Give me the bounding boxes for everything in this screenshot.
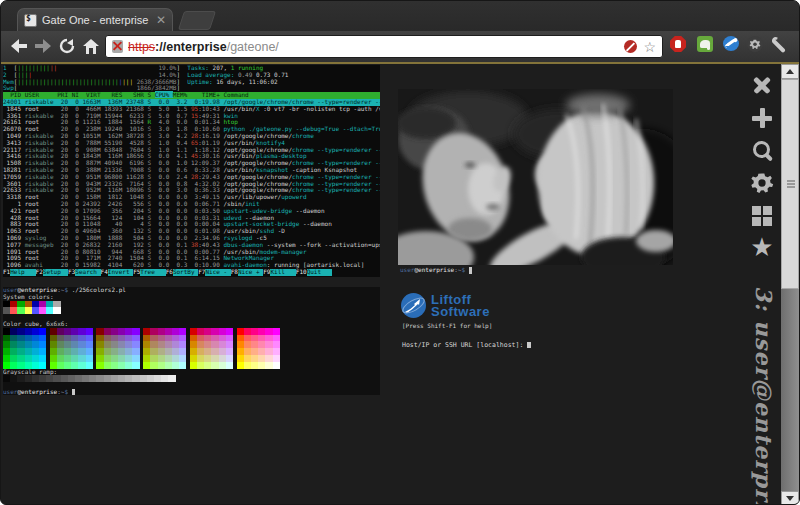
terminal-line: F1Help F2Setup F3Search F4Invert F5Tree … bbox=[3, 269, 380, 276]
url-path: /gateone/ bbox=[227, 40, 279, 54]
home-icon bbox=[83, 39, 99, 54]
gear-extension-button[interactable] bbox=[747, 36, 765, 54]
settings-gear-icon bbox=[749, 170, 775, 196]
reload-icon bbox=[59, 38, 75, 54]
logo-line2: Software bbox=[431, 306, 490, 318]
settings-button[interactable] bbox=[749, 170, 775, 196]
ssh-screen[interactable]: LiftoffSoftware [Press Shift-F1 for help… bbox=[400, 292, 746, 392]
search-button[interactable] bbox=[749, 138, 775, 164]
address-bar[interactable]: https://enterprise/gateone/ ☆ bbox=[105, 35, 663, 58]
photo-screen[interactable]: user@enterprise:~$ bbox=[398, 65, 746, 280]
terminal-line bbox=[3, 307, 380, 314]
tab-close-icon[interactable]: ✕ bbox=[156, 15, 166, 25]
terminal-label: 3: user@enterprise bbox=[751, 286, 777, 505]
close-terminal-button[interactable] bbox=[749, 72, 775, 98]
grid-icon bbox=[752, 206, 761, 215]
liftoff-logo-icon bbox=[400, 292, 427, 319]
new-terminal-button[interactable] bbox=[749, 105, 775, 131]
url-host: ://enterprise bbox=[155, 40, 227, 54]
bookmarks-button[interactable]: ★ bbox=[749, 234, 775, 260]
adblock-extension-button[interactable] bbox=[670, 36, 688, 54]
terminal-line bbox=[3, 341, 380, 348]
tab-strip: Gate One - enterprise ✕ bbox=[1, 1, 799, 31]
wrench-menu-icon bbox=[771, 36, 788, 53]
terminal-line bbox=[3, 355, 380, 362]
scrollbar-down-icon bbox=[786, 496, 794, 505]
terminal-line bbox=[3, 335, 380, 342]
url-text[interactable]: https://enterprise/gateone/ bbox=[128, 40, 618, 54]
terminal-line bbox=[3, 348, 380, 355]
terminal-line: Grayscale ramp: bbox=[3, 369, 380, 376]
url-scheme: https bbox=[128, 40, 155, 54]
evernote-elephant-icon bbox=[697, 36, 713, 52]
blocked-content-icon[interactable] bbox=[624, 40, 637, 53]
browser-toolbar: https://enterprise/gateone/ ☆ bbox=[1, 31, 799, 62]
colors-screen[interactable]: user@enterprise:~$ ./256colors2.plSystem… bbox=[3, 287, 380, 395]
scrollbar-up-icon bbox=[786, 65, 794, 74]
photo bbox=[398, 89, 673, 265]
scrollbar-grip-icon bbox=[787, 180, 795, 182]
voice-phone-bubble-icon bbox=[723, 36, 739, 51]
gateone-page: 1 [||||||||||| 19.0%] Tasks: 207, 1 runn… bbox=[1, 64, 799, 504]
terminal-line bbox=[3, 328, 380, 335]
liftoff-logo: LiftoffSoftware bbox=[400, 292, 746, 319]
tab-gateone[interactable]: Gate One - enterprise ✕ bbox=[17, 8, 173, 31]
help-text: [Press Shift-F1 for help] bbox=[402, 322, 746, 329]
forward-icon bbox=[34, 39, 52, 53]
page-scrollbar[interactable] bbox=[781, 64, 799, 504]
terminal-line bbox=[3, 301, 380, 308]
terminal-line: System colors: bbox=[3, 294, 380, 301]
cursor bbox=[527, 342, 531, 348]
scroll-up-button[interactable] bbox=[781, 64, 799, 79]
page-security-icon[interactable] bbox=[112, 40, 123, 53]
terminal-line: user@enterprise:~$ ./256colors2.pl bbox=[3, 287, 380, 294]
photo-terminal-prompt: user@enterprise:~$ bbox=[400, 267, 472, 274]
scrollbar-thumb[interactable] bbox=[781, 79, 799, 289]
terminal-line bbox=[3, 362, 380, 369]
bookmarks-star-icon: ★ bbox=[749, 234, 775, 260]
adblock-stop-hand-icon bbox=[670, 36, 686, 52]
scroll-down-button[interactable] bbox=[781, 491, 799, 505]
grid-view-button[interactable] bbox=[749, 203, 775, 229]
screen: Gate One - enterprise ✕ https://enterpri… bbox=[0, 0, 800, 505]
back-button[interactable] bbox=[7, 34, 31, 58]
new-tab-button[interactable] bbox=[178, 11, 216, 30]
terminal-line bbox=[3, 375, 380, 382]
back-icon bbox=[10, 39, 28, 53]
terminal-line: user@enterprise:~$ bbox=[400, 267, 472, 274]
tab-title: Gate One - enterprise bbox=[42, 14, 151, 26]
forward-button[interactable] bbox=[31, 34, 55, 58]
htop-screen[interactable]: 1 [||||||||||| 19.0%] Tasks: 207, 1 runn… bbox=[3, 65, 380, 277]
terminal-favicon-icon bbox=[24, 14, 37, 27]
home-button[interactable] bbox=[79, 34, 103, 58]
wrench-menu-button[interactable] bbox=[771, 36, 789, 54]
browser-window: Gate One - enterprise ✕ https://enterpri… bbox=[0, 0, 800, 505]
voice-extension-button[interactable] bbox=[723, 36, 741, 54]
gear-extension-icon bbox=[747, 36, 763, 52]
evernote-extension-button[interactable] bbox=[697, 36, 715, 54]
terminal-line: user@enterprise:~$ bbox=[3, 389, 380, 395]
bookmark-star-icon[interactable]: ☆ bbox=[643, 39, 656, 55]
terminal-line: Color cube, 6x6x6: bbox=[3, 321, 380, 328]
reload-button[interactable] bbox=[55, 34, 79, 58]
host-prompt[interactable]: Host/IP or SSH URL [localhost]: bbox=[402, 341, 746, 349]
